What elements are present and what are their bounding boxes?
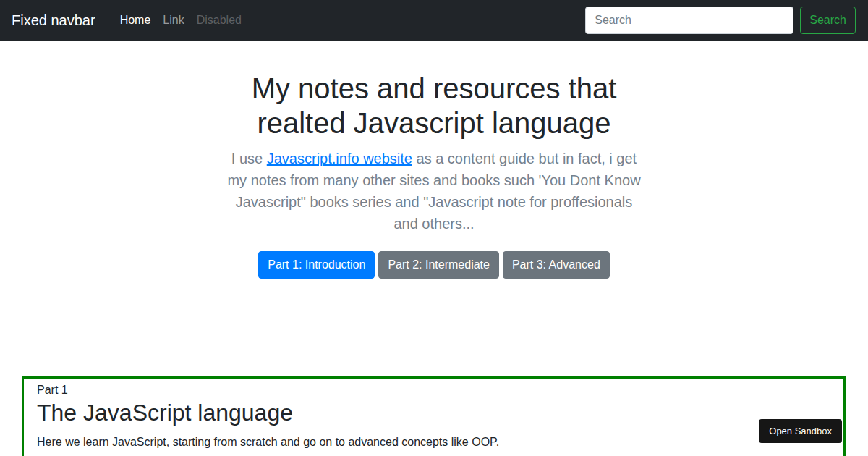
part-1-section: Part 1 The JavaScript language Here we l… bbox=[22, 376, 846, 456]
part-3-button[interactable]: Part 3: Advanced bbox=[503, 251, 610, 279]
intro-text-before: I use bbox=[231, 151, 267, 166]
search-form: Search bbox=[585, 7, 856, 34]
open-sandbox-button[interactable]: Open Sandbox bbox=[759, 419, 842, 443]
intro-paragraph: I use Javascript.info website as a conte… bbox=[226, 148, 642, 235]
main-content: My notes and resources that realted Java… bbox=[0, 41, 868, 456]
part-kicker: Part 1 bbox=[37, 384, 830, 397]
part-title: The JavaScript language bbox=[37, 399, 830, 426]
nav-item: Home bbox=[114, 14, 158, 27]
nav-item-link[interactable]: Link bbox=[157, 8, 190, 32]
nav-item: Disabled bbox=[191, 14, 248, 27]
navbar-menu: Home Link Disabled bbox=[114, 14, 248, 27]
part-description: Here we learn JavaScript, starting from … bbox=[37, 436, 830, 449]
search-button[interactable]: Search bbox=[800, 7, 856, 34]
part-2-button[interactable]: Part 2: Intermediate bbox=[378, 251, 499, 279]
navbar-brand[interactable]: Fixed navbar bbox=[12, 12, 95, 29]
nav-item-disabled: Disabled bbox=[191, 8, 247, 32]
page-title-line-2: realted Javascript language bbox=[210, 106, 658, 140]
search-input[interactable] bbox=[585, 7, 793, 34]
navbar: Fixed navbar Home Link Disabled Search bbox=[0, 0, 868, 41]
page-title: My notes and resources that realted Java… bbox=[210, 71, 658, 140]
part-buttons-row: Part 1: Introduction Part 2: Intermediat… bbox=[210, 251, 658, 279]
javascript-info-link[interactable]: Javascript.info website bbox=[267, 151, 412, 166]
nav-item-home[interactable]: Home bbox=[114, 8, 157, 32]
part-1-button[interactable]: Part 1: Introduction bbox=[258, 251, 375, 279]
hero-section: My notes and resources that realted Java… bbox=[210, 41, 658, 279]
nav-item: Link bbox=[157, 14, 190, 27]
page-title-line-1: My notes and resources that bbox=[210, 71, 658, 106]
